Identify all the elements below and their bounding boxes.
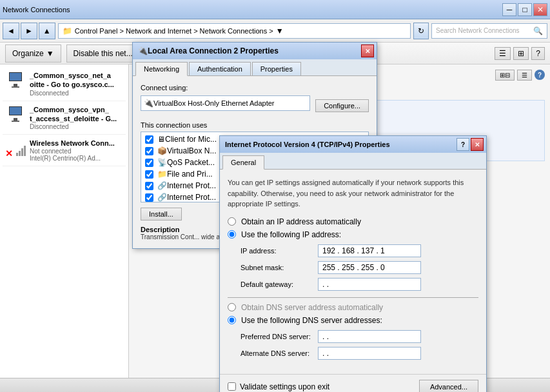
advanced-button[interactable]: Advanced... [419,380,478,393]
address-text: Control Panel > Network and Internet > N… [75,27,273,35]
view-large-button[interactable]: ⊞ [513,47,529,60]
maximize-button[interactable]: □ [518,3,532,16]
ipv4-content: You can get IP settings assigned automat… [220,170,486,374]
use-following-ip-label: Use the following IP address: [241,230,341,239]
search-icon: 🔍 [533,26,543,35]
ip-address-input[interactable]: 192 . 168 . 137 . 1 [318,244,421,257]
list-item[interactable]: _Common_sysco_vpn_t_access_st_deloitte -… [3,101,126,135]
network-info-3: Wireless Network Conn... Not connected I… [30,139,123,162]
list-item[interactable]: _Common_sysco_net_aoitte - Go to go.sysc… [3,67,126,101]
component-icon-6: 🔗 [157,193,167,202]
configure-button[interactable]: Configure... [315,99,369,112]
component-icon-1: 🖥 [157,135,165,144]
disable-button[interactable]: Disable this net... [66,44,140,63]
tab-networking[interactable]: Networking [135,62,188,76]
alternate-dns-row: Alternate DNS server: . . [241,347,478,360]
component-check-2[interactable] [145,147,153,155]
subnet-mask-input[interactable]: 255 . 255 . 255 . 0 [318,261,421,274]
disable-label: Disable this net... [74,49,133,58]
preferred-dns-value: . . [322,332,329,341]
search-field[interactable]: Search Network Connections 🔍 [431,23,547,39]
validate-checkbox[interactable] [228,382,236,391]
props-dialog-title: Local Area Connection 2 Properties [148,46,279,55]
component-check-3[interactable] [145,159,153,167]
ipv4-bottom-row: Validate settings upon exit Advanced... [220,374,486,393]
alternate-dns-label: Alternate DNS server: [241,349,318,357]
component-check-4[interactable] [145,170,153,179]
network-icon-2 [5,105,26,126]
search-placeholder: Search Network Connections [436,27,520,34]
validate-section: Validate settings upon exit [228,382,329,391]
component-icon-4: 📁 [157,170,167,179]
network-icon-3: ✕ [5,139,26,159]
left-panel: _Common_sysco_net_aoitte - Go to go.sysc… [0,64,129,392]
auto-dns-label: Obtain DNS server address automatically [241,303,383,312]
component-check-1[interactable] [145,135,153,144]
explorer-title: Network Connections [3,6,70,14]
ipv4-help-button[interactable]: ? [457,138,469,151]
default-gateway-value: . . [322,280,329,289]
ipv4-close-button[interactable]: ✕ [471,138,484,151]
component-icon-2: 📦 [157,146,167,155]
ipv4-tab-bar: General [220,153,486,170]
nav-buttons: ◄ ► ▲ [3,23,55,39]
adapter-name: VirtualBox Host-Only Ethernet Adapter [153,99,275,107]
ipv4-dialog: Internet Protocol Version 4 (TCP/IPv4) P… [219,135,487,392]
component-check-6[interactable] [145,193,153,202]
auto-dns-row: Obtain DNS server address automatically [228,303,478,312]
props-dialog-titlebar: 🔌 Local Area Connection 2 Properties ✕ [133,43,377,59]
manual-dns-row: Use the following DNS server addresses: [228,316,478,325]
auto-ip-label: Obtain an IP address automatically [241,217,361,226]
list-item[interactable]: ✕ Wireless Network Conn... Not connected… [3,135,126,166]
default-gateway-input[interactable]: . . [318,278,421,291]
address-field[interactable]: 📁 Control Panel > Network and Internet >… [58,23,411,39]
subnet-mask-value: 255 . 255 . 255 . 0 [322,263,385,272]
uses-label: This connection uses [141,121,369,129]
alternate-dns-input[interactable]: . . [318,347,421,360]
props-close-button[interactable]: ✕ [361,44,374,57]
up-button[interactable]: ▲ [39,23,55,39]
alternate-dns-value: . . [322,349,329,358]
refresh-button[interactable]: ↻ [413,23,429,39]
manual-ip-row: Use the following IP address: [228,230,478,239]
dns-fields: Preferred DNS server: . . Alternate DNS … [241,330,478,360]
right-toolbar-btn-1[interactable]: ⊞⊟ [495,70,515,81]
info-text: You can get IP settings assigned automat… [228,177,478,210]
organize-button[interactable]: Organize ▼ [5,44,61,63]
right-toolbar-btn-2[interactable]: ☰ [517,70,532,81]
props-dialog-icon: 🔌 [138,46,148,55]
preferred-dns-input[interactable]: . . [318,330,421,343]
tab-authentication[interactable]: Authentication [189,62,251,75]
network-info-2: _Common_sysco_vpn_t_access_st_deloitte -… [30,105,123,131]
manual-ip-radio[interactable] [228,230,236,239]
auto-ip-radio[interactable] [228,217,236,226]
adapter-icon: 🔌 [144,99,153,108]
address-bar: ◄ ► ▲ 📁 Control Panel > Network and Inte… [0,19,550,43]
ipv4-dialog-title: Internet Protocol Version 4 (TCP/IPv4) P… [225,141,390,148]
organize-label: Organize [12,49,44,58]
ip-fields: IP address: 192 . 168 . 137 . 1 Subnet m… [241,244,478,291]
back-button[interactable]: ◄ [3,23,19,39]
dns-radio-group: Obtain DNS server address automatically … [228,303,478,325]
use-following-dns-label: Use the following DNS server addresses: [241,316,382,325]
help-icon[interactable]: ? [535,70,545,80]
subnet-mask-row: Subnet mask: 255 . 255 . 255 . 0 [241,261,478,274]
connect-using-label: Connect using: [141,84,369,92]
separator [228,297,478,298]
view-details-button[interactable]: ☰ [495,47,511,60]
minimize-button[interactable]: ─ [502,3,516,16]
auto-dns-radio[interactable] [228,303,236,311]
tab-sharing[interactable]: Properties [252,62,301,75]
close-button[interactable]: ✕ [533,3,547,16]
validate-label: Validate settings upon exit [240,382,329,391]
address-dropdown-icon[interactable]: ▼ [276,26,284,35]
forward-button[interactable]: ► [21,23,37,39]
help-explorer-button[interactable]: ? [531,47,545,60]
install-button[interactable]: Install... [141,208,182,220]
component-icon-5: 🔗 [157,181,167,190]
tab-general[interactable]: General [222,155,264,170]
network-info-1: _Common_sysco_net_aoitte - Go to go.sysc… [30,71,123,97]
ipv4-titlebar: Internet Protocol Version 4 (TCP/IPv4) P… [220,136,486,153]
component-check-5[interactable] [145,182,153,190]
manual-dns-radio[interactable] [228,316,236,324]
